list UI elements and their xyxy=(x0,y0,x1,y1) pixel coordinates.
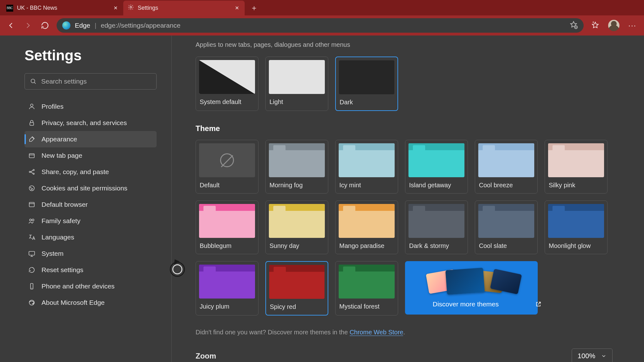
svg-point-10 xyxy=(31,187,31,188)
theme-dark-stormy[interactable]: Dark & stormy xyxy=(405,200,468,254)
sidebar-item-label: Share, copy, and paste xyxy=(42,168,109,176)
no-theme-icon xyxy=(220,153,234,167)
theme-swatch xyxy=(478,204,534,238)
toolbar: Edge | edge://settings/appearance ··· xyxy=(0,15,644,36)
sidebar-item-default-browser[interactable]: Default browser xyxy=(25,196,157,213)
edge-icon xyxy=(62,21,70,30)
theme-heading: Theme xyxy=(196,124,631,133)
theme-mystical-forest[interactable]: Mystical forest xyxy=(335,261,398,315)
theme-label: Cool breeze xyxy=(478,182,534,189)
mode-swatch xyxy=(269,60,325,94)
discover-more-themes[interactable]: Discover more themes xyxy=(405,261,538,315)
favorites-icon[interactable] xyxy=(591,21,600,30)
theme-swatch xyxy=(269,143,325,177)
sidebar-item-languages[interactable]: Languages xyxy=(25,229,157,245)
svg-point-3 xyxy=(31,104,33,107)
mode-dark[interactable]: Dark xyxy=(335,57,398,111)
theme-label: Silky pink xyxy=(548,182,604,189)
back-button[interactable] xyxy=(4,18,18,33)
sidebar-item-cookies-and-site-permissions[interactable]: Cookies and site permissions xyxy=(25,180,157,196)
svg-point-2 xyxy=(31,79,35,83)
theme-swatch xyxy=(269,204,325,238)
theme-default[interactable]: Default xyxy=(196,140,258,194)
svg-point-12 xyxy=(31,189,32,189)
tab-bbc[interactable]: BBC UK - BBC News ✕ xyxy=(2,1,123,15)
chrome-web-store-link[interactable]: Chrome Web Store xyxy=(350,329,403,336)
sidebar-item-profiles[interactable]: Profiles xyxy=(25,98,157,115)
sidebar-item-label: Cookies and site permissions xyxy=(42,184,127,192)
theme-cool-slate[interactable]: Cool slate xyxy=(475,200,538,254)
sidebar-item-reset-settings[interactable]: Reset settings xyxy=(25,262,157,278)
sidebar-item-share-copy-and-paste[interactable]: Share, copy, and paste xyxy=(25,164,157,180)
tab-settings[interactable]: Settings ✕ xyxy=(123,1,245,15)
svg-point-6 xyxy=(29,171,31,173)
svg-point-9 xyxy=(29,186,34,191)
external-link-icon xyxy=(535,301,541,307)
bbc-favicon: BBC xyxy=(6,5,13,12)
theme-label: Sunny day xyxy=(269,242,325,250)
phone-icon xyxy=(28,282,36,290)
svg-point-15 xyxy=(32,219,34,221)
sidebar-item-new-tab-page[interactable]: New tab page xyxy=(25,147,157,164)
sidebar-item-family-safety[interactable]: Family safety xyxy=(25,213,157,229)
theme-juicy-plum[interactable]: Juicy plum xyxy=(196,261,258,315)
theme-mango-paradise[interactable]: Mango paradise xyxy=(335,200,398,254)
mode-light[interactable]: Light xyxy=(265,57,328,111)
search-input[interactable]: Search settings xyxy=(25,73,157,90)
more-menu-icon[interactable]: ··· xyxy=(628,21,637,30)
mode-swatch xyxy=(199,60,255,94)
sidebar-item-label: Appearance xyxy=(42,135,77,143)
tab-icon xyxy=(28,151,36,160)
product-label: Edge xyxy=(75,22,90,29)
theme-cool-breeze[interactable]: Cool breeze xyxy=(475,140,538,194)
theme-swatch xyxy=(269,265,325,299)
theme-island-getaway[interactable]: Island getaway xyxy=(405,140,468,194)
theme-fan-graphic xyxy=(427,268,515,295)
discover-label: Discover more themes xyxy=(433,300,499,308)
theme-moonlight-glow[interactable]: Moonlight glow xyxy=(545,200,608,254)
svg-rect-4 xyxy=(30,123,34,125)
sidebar-item-label: Reset settings xyxy=(42,266,83,274)
theme-morning-fog[interactable]: Morning fog xyxy=(265,140,328,194)
brush-icon xyxy=(28,135,36,143)
forward-button[interactable] xyxy=(21,18,35,33)
svg-point-11 xyxy=(32,189,33,189)
close-icon[interactable]: ✕ xyxy=(233,5,240,12)
family-icon xyxy=(28,217,36,225)
profile-avatar[interactable] xyxy=(608,20,619,31)
sidebar-item-appearance[interactable]: Appearance xyxy=(25,131,157,147)
theme-sunny-day[interactable]: Sunny day xyxy=(265,200,328,254)
theme-label: Default xyxy=(199,182,255,189)
sidebar-item-about-microsoft-edge[interactable]: About Microsoft Edge xyxy=(25,294,157,311)
mode-label: System default xyxy=(199,98,255,106)
close-icon[interactable]: ✕ xyxy=(112,5,119,12)
theme-silky-pink[interactable]: Silky pink xyxy=(545,140,608,194)
mode-label: Light xyxy=(269,98,325,106)
refresh-button[interactable] xyxy=(38,18,52,33)
sidebar-item-label: Profiles xyxy=(42,103,64,110)
toolbar-actions: ··· xyxy=(591,20,637,31)
mode-hint: Applies to new tabs, pages, dialogues an… xyxy=(196,41,631,48)
sidebar-item-system[interactable]: System xyxy=(25,245,157,262)
theme-swatch xyxy=(408,204,464,238)
theme-bubblegum[interactable]: Bubblegum xyxy=(196,200,258,254)
address-bar[interactable]: Edge | edge://settings/appearance xyxy=(57,18,584,33)
sidebar-item-phone-and-other-devices[interactable]: Phone and other devices xyxy=(25,278,157,294)
browser-icon xyxy=(28,200,36,209)
zoom-value: 100% xyxy=(578,352,595,360)
zoom-select[interactable]: 100% xyxy=(572,348,613,362)
sidebar-item-privacy-search-and-services[interactable]: Privacy, search, and services xyxy=(25,115,157,131)
mode-system-default[interactable]: System default xyxy=(196,57,258,111)
lock-icon xyxy=(28,119,36,127)
theme-swatch xyxy=(199,204,255,238)
content: Settings Search settings ProfilesPrivacy… xyxy=(0,36,644,362)
add-favorite-icon[interactable] xyxy=(569,20,578,31)
theme-icy-mint[interactable]: Icy mint xyxy=(335,140,398,194)
new-tab-button[interactable]: ＋ xyxy=(248,2,260,14)
theme-label: Moonlight glow xyxy=(548,242,604,250)
settings-sidebar: Settings Search settings ProfilesPrivacy… xyxy=(0,36,172,362)
cookie-icon xyxy=(28,184,36,192)
theme-spicy-red[interactable]: Spicy red xyxy=(265,261,328,315)
theme-label: Spicy red xyxy=(269,303,325,310)
theme-swatch xyxy=(339,265,395,299)
